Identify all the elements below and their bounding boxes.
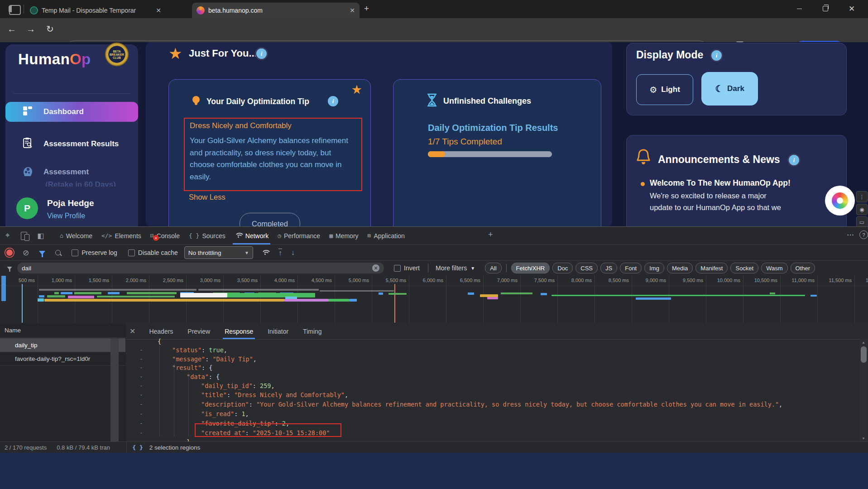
waterfall-segment[interactable] [127, 292, 177, 294]
filter-chip-media[interactable]: Media [667, 263, 693, 273]
filter-chip-js[interactable]: JS [600, 263, 617, 273]
network-conditions-icon[interactable] [261, 250, 269, 256]
filter-chip-css[interactable]: CSS [575, 263, 598, 273]
filter-chip-fetchxhr[interactable]: Fetch/XHR [511, 263, 550, 273]
waterfall-segment[interactable] [198, 289, 319, 291]
ext-more-icon[interactable]: ⋮ [856, 191, 868, 202]
response-tab-headers[interactable]: Headers [147, 323, 175, 339]
waterfall-segment[interactable] [38, 298, 44, 302]
ext-camera-icon[interactable]: ◉ [856, 204, 868, 215]
braces-icon[interactable]: { } [132, 444, 143, 451]
clear-filter-icon[interactable]: ✕ [372, 264, 379, 272]
dock-side-icon[interactable]: ◧ [37, 231, 44, 240]
waterfall-segment[interactable] [61, 292, 72, 294]
throttling-select[interactable]: No throttling▼ [184, 246, 253, 259]
waterfall-segment[interactable] [501, 292, 532, 294]
json-line[interactable]: "daily_tip_id": 259, [201, 382, 275, 389]
waterfall-segment[interactable] [350, 299, 357, 302]
waterfall-segment[interactable] [636, 297, 671, 300]
export-har-icon[interactable]: ↓ [291, 249, 295, 257]
waterfall-segment[interactable] [227, 293, 315, 297]
json-line[interactable]: "message": "Daily Tip", [172, 355, 257, 363]
waterfall-segment[interactable] [320, 290, 394, 292]
json-line[interactable]: "is_read": 1, [201, 410, 249, 417]
waterfall-segment[interactable] [47, 295, 65, 297]
request-row[interactable]: favorite-daily-tip?_rsc=1ld0r [0, 352, 125, 366]
filter-toggle-icon[interactable] [39, 251, 45, 255]
waterfall-segment[interactable] [1, 276, 6, 301]
waterfall-segment[interactable] [810, 295, 817, 297]
devtools-tab-console[interactable]: ⊡×Console [146, 227, 184, 244]
json-line[interactable]: "result": { [172, 364, 212, 371]
json-line[interactable]: { [158, 338, 161, 345]
devtools-new-tab-icon[interactable]: + [488, 230, 493, 240]
sidebar-item-assessment-results[interactable]: Assessment Results [5, 134, 138, 154]
preserve-log-checkbox[interactable] [72, 249, 78, 256]
fold-marker[interactable]: - [139, 364, 143, 371]
disable-cache-checkbox[interactable] [128, 249, 135, 256]
fold-marker[interactable]: - [139, 355, 143, 362]
filter-chip-wasm[interactable]: Wasm [761, 263, 787, 273]
waterfall-segment[interactable] [44, 299, 284, 302]
ext-screen-icon[interactable]: ▭ [856, 216, 868, 226]
sidebar-item-dashboard[interactable]: Dashboard [5, 102, 138, 122]
devtools-help-icon[interactable]: ? [859, 230, 868, 239]
clear-icon[interactable]: ⊘ [23, 248, 29, 258]
devtools-tab-application[interactable]: ⊞Application [363, 227, 409, 244]
network-timeline[interactable]: 500 ms1,000 ms1,500 ms2,000 ms2,500 ms3,… [0, 275, 868, 324]
request-list-scrollbar[interactable] [110, 338, 119, 442]
filter-chip-font[interactable]: Font [620, 263, 642, 273]
json-line[interactable]: "status": true, [172, 346, 227, 354]
new-tab-button[interactable]: + [364, 4, 369, 14]
sidebar-item-assessment[interactable]: Assessment [5, 162, 138, 182]
more-filters-caret-icon[interactable]: ▼ [470, 266, 475, 271]
fold-marker[interactable]: - [139, 429, 143, 436]
section-info-icon[interactable]: i [255, 47, 268, 60]
filter-chip-doc[interactable]: Doc [552, 263, 573, 273]
close-button[interactable]: ✕ [841, 0, 862, 17]
json-line[interactable]: "description": "Your Gold-Silver Alchemy… [201, 401, 782, 408]
invert-checkbox[interactable] [394, 265, 401, 272]
back-icon[interactable]: ← [7, 24, 16, 34]
import-har-icon[interactable]: ↑ [278, 249, 282, 257]
waterfall-segment[interactable] [54, 292, 59, 294]
response-scrollbar[interactable]: ▲ ▼ [860, 339, 868, 442]
more-filters-label[interactable]: More filters [436, 264, 467, 272]
maximize-button[interactable] [815, 0, 836, 17]
filter-chip-other[interactable]: Other [791, 263, 815, 273]
dark-mode-button[interactable]: ☾Dark [701, 72, 758, 105]
response-tab-initiator[interactable]: Initiator [266, 323, 290, 339]
completed-button[interactable]: Completed [240, 213, 300, 226]
response-tab-timing[interactable]: Timing [301, 323, 324, 339]
devtools-tab-sources[interactable]: { }Sources [184, 227, 230, 244]
response-json[interactable]: {-"status": true,-"message": "Daily Tip"… [126, 339, 859, 442]
minimize-button[interactable] [789, 0, 810, 17]
card-star-icon[interactable]: ★ [351, 82, 362, 97]
response-tab-preview[interactable]: Preview [186, 323, 212, 339]
devtools-tab-performance[interactable]: ◷Performance [273, 227, 325, 244]
waterfall-segment[interactable] [770, 292, 775, 294]
refresh-icon[interactable]: ↻ [46, 24, 54, 34]
waterfall-segment[interactable] [394, 284, 395, 323]
waterfall-segment[interactable] [329, 299, 350, 302]
json-line[interactable]: "data": { [187, 373, 220, 380]
name-column-header[interactable]: Name [5, 327, 21, 334]
fold-marker[interactable]: - [139, 391, 143, 398]
request-row[interactable]: daily_tip [0, 338, 125, 352]
light-mode-button[interactable]: ⚙Light [636, 74, 693, 105]
devtools-tab-memory[interactable]: ▦Memory [325, 227, 363, 244]
filter-chip-img[interactable]: Img [644, 263, 664, 273]
waterfall-segment[interactable] [551, 295, 805, 296]
waterfall-segment[interactable] [541, 293, 547, 295]
announcements-info-icon[interactable]: i [787, 153, 801, 167]
close-detail-icon[interactable]: ✕ [129, 327, 135, 336]
fold-marker[interactable]: - [139, 401, 143, 408]
fold-marker[interactable]: - [139, 382, 143, 389]
waterfall-segment[interactable] [108, 292, 120, 294]
waterfall-segment[interactable] [39, 289, 197, 291]
json-line[interactable]: "title": "Dress Nicely and Comfortably", [201, 391, 348, 398]
display-mode-info-icon[interactable]: i [710, 49, 723, 62]
devtools-tab-welcome[interactable]: ⌂Welcome [55, 227, 97, 244]
waterfall-segment[interactable] [379, 292, 383, 295]
waterfall-segment[interactable] [74, 292, 101, 294]
